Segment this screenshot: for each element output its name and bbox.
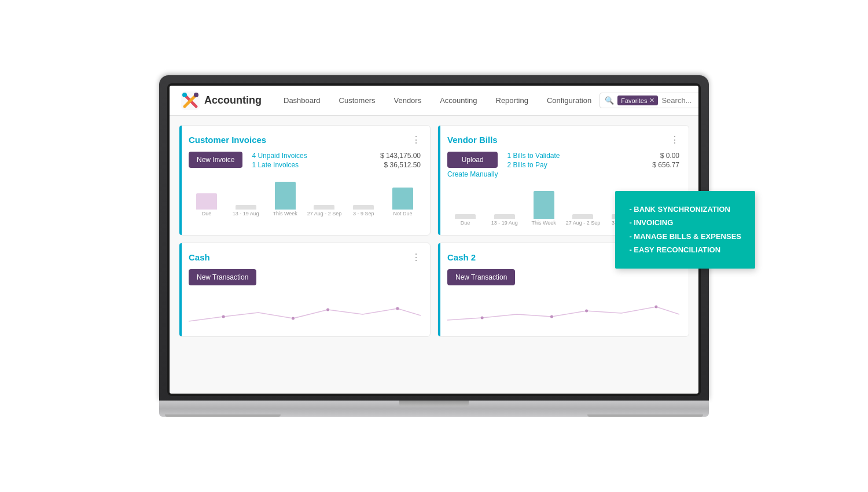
close-filter-icon[interactable]: ✕: [649, 97, 654, 104]
cash-chart: [189, 292, 421, 327]
search-icon: 🔍: [605, 96, 614, 105]
bar: [455, 214, 476, 219]
nav-item-accounting[interactable]: Accounting: [432, 91, 485, 109]
favorites-label: Favorites: [621, 97, 647, 104]
vendor-bills-title: Vendor Bills: [447, 135, 498, 145]
laptop-foot-left: [165, 414, 281, 417]
customer-invoices-stats: 4 Unpaid Invoices $ 143,175.00 1 Late In…: [252, 152, 421, 169]
search-input[interactable]: [661, 96, 698, 105]
nav-item-configuration[interactable]: Configuration: [539, 91, 599, 109]
cash-title: Cash: [189, 252, 210, 262]
app-logo: Accounting: [181, 91, 262, 110]
stat-row-4: 2 Bills to Pay $ 656.77: [507, 161, 679, 169]
bar-group: 27 Aug - 2 Sep: [306, 205, 342, 216]
cards-grid: Customer Invoices ⋮ New Invoice 4 Unpaid…: [179, 125, 689, 337]
bar-group: 13 - 19 Aug: [228, 205, 264, 216]
bar-group: Due: [447, 214, 483, 226]
svg-point-6: [292, 317, 295, 320]
cash-new-transaction-button[interactable]: New Transaction: [189, 269, 256, 285]
teal-banner: - BANK SYNCHRONIZATION - INVOICING - MAN…: [615, 191, 755, 269]
bar-label: This Week: [531, 220, 556, 226]
app-header: Accounting Dashboard Customers Vendors A…: [170, 86, 698, 116]
card-actions: New Invoice 4 Unpaid Invoices $ 143,175.…: [189, 152, 421, 169]
customer-invoices-card: Customer Invoices ⋮ New Invoice 4 Unpaid…: [179, 125, 431, 236]
new-invoice-button[interactable]: New Invoice: [189, 152, 242, 168]
bar: [314, 205, 334, 210]
nav-item-reporting[interactable]: Reporting: [488, 91, 536, 109]
bar: [392, 188, 413, 210]
bar-label: Due: [461, 220, 470, 226]
bar: [494, 214, 515, 219]
cash2-title: Cash 2: [447, 252, 476, 262]
bar-label: Not Due: [393, 211, 413, 216]
stat-row-1: 4 Unpaid Invoices $ 143,175.00: [252, 152, 421, 160]
banner-line-1: - BANK SYNCHRONIZATION: [629, 203, 741, 216]
stat-row-3: 1 Bills to Validate $ 0.00: [507, 152, 679, 160]
svg-point-11: [585, 310, 588, 313]
laptop-hinge: [399, 401, 469, 406]
bar: [236, 205, 256, 210]
nav-item-dashboard[interactable]: Dashboard: [275, 91, 329, 109]
bar-group: This Week: [526, 191, 562, 226]
app-title: Accounting: [204, 94, 262, 107]
bar-label: 3 - 9 Sep: [353, 211, 374, 216]
bills-validate-label: 1 Bills to Validate: [507, 152, 560, 160]
bar-label: 13 - 19 Aug: [233, 211, 259, 216]
bar: [534, 191, 554, 219]
bills-pay-label: 2 Bills to Pay: [507, 161, 547, 169]
unpaid-invoices-value: $ 143,175.00: [380, 152, 421, 160]
customer-invoices-chart: Due13 - 19 AugThis Week27 Aug - 2 Sep3 -…: [189, 176, 421, 216]
bar-group: 13 - 19 Aug: [487, 214, 523, 226]
card-accent: [438, 126, 440, 235]
svg-point-10: [550, 315, 553, 318]
bar-group: This Week: [267, 182, 303, 216]
bar: [196, 193, 217, 210]
bar: [572, 214, 593, 219]
bar-label: 27 Aug - 2 Sep: [566, 220, 601, 226]
svg-point-3: [182, 93, 187, 97]
customer-invoices-menu[interactable]: ⋮: [411, 135, 421, 145]
create-manually-link[interactable]: Create Manually: [447, 170, 498, 178]
card-accent: [179, 243, 182, 336]
svg-point-5: [222, 315, 225, 318]
bar: [353, 205, 374, 210]
bar: [275, 182, 296, 210]
cash-menu[interactable]: ⋮: [411, 253, 421, 262]
card-header: Customer Invoices ⋮: [189, 135, 421, 145]
svg-point-9: [481, 317, 484, 320]
app-logo-icon: [181, 91, 200, 110]
card-actions: Upload Create Manually 1 Bills to Valida…: [447, 152, 679, 178]
cash2-chart: [447, 292, 679, 327]
card-accent: [179, 126, 182, 235]
bar-group: 27 Aug - 2 Sep: [565, 214, 601, 226]
svg-point-4: [194, 93, 198, 97]
stat-row-2: 1 Late Invoices $ 36,512.50: [252, 161, 421, 169]
unpaid-invoices-label: 4 Unpaid Invoices: [252, 152, 307, 160]
svg-point-8: [396, 307, 399, 310]
bills-pay-value: $ 656.77: [652, 161, 679, 169]
bar-group: Not Due: [385, 188, 421, 216]
nav-item-customers[interactable]: Customers: [331, 91, 384, 109]
late-invoices-label: 1 Late Invoices: [252, 161, 299, 169]
bills-validate-value: $ 0.00: [660, 152, 679, 160]
svg-point-7: [326, 309, 329, 311]
upload-button[interactable]: Upload: [447, 152, 498, 168]
nav-item-vendors[interactable]: Vendors: [385, 91, 429, 109]
banner-line-2: - INVOICING: [629, 216, 741, 229]
favorites-filter-badge[interactable]: Favorites ✕: [617, 96, 658, 105]
vendor-bills-menu[interactable]: ⋮: [670, 135, 679, 145]
card-header: Cash ⋮: [189, 252, 421, 262]
bar-label: This Week: [273, 211, 297, 216]
banner-line-3: - MANAGE BILLS & EXPENSES: [629, 230, 741, 243]
scene: - BANK SYNCHRONIZATION - INVOICING - MAN…: [0, 0, 868, 492]
svg-point-12: [654, 306, 657, 309]
nav-menu: Dashboard Customers Vendors Accounting R…: [275, 91, 599, 109]
customer-invoices-title: Customer Invoices: [189, 135, 266, 145]
card-accent: [438, 243, 440, 336]
card-header: Vendor Bills ⋮: [447, 135, 679, 145]
laptop: - BANK SYNCHRONIZATION - INVOICING - MAN…: [159, 75, 709, 417]
laptop-base: [159, 401, 709, 417]
bar-group: 3 - 9 Sep: [345, 205, 381, 216]
bar-label: 27 Aug - 2 Sep: [307, 211, 342, 216]
cash2-new-transaction-button[interactable]: New Transaction: [447, 269, 515, 285]
